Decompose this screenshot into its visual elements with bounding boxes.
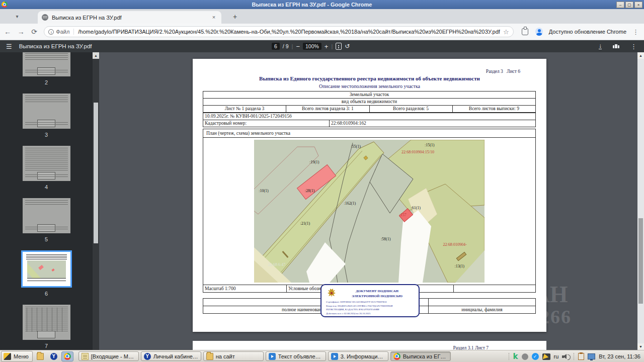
taskbar-window-button[interactable]: Выписка из ЕГРН на ЗУ.pd... bbox=[390, 351, 451, 361]
tab-close-icon[interactable]: × bbox=[210, 14, 217, 21]
yandex-browser-launcher[interactable] bbox=[48, 351, 60, 361]
chrome-launcher[interactable] bbox=[61, 351, 73, 361]
chrome-icon bbox=[64, 353, 71, 360]
thumbnail-page-5[interactable]: 5 bbox=[0, 198, 93, 242]
main-scrollbar[interactable]: ▲ ▼ bbox=[637, 52, 644, 350]
thumbnail-number: 7 bbox=[45, 343, 48, 349]
chrome-update-label[interactable]: Доступно обновление Chrome bbox=[549, 29, 626, 35]
shield-tray-icon[interactable]: ✓ bbox=[532, 353, 539, 360]
next-page-top: Раздел 3.1 Лист 7 bbox=[193, 341, 546, 350]
browser-menu-icon[interactable]: ⋮ bbox=[632, 28, 639, 36]
taskbar-window-label: на сайт bbox=[216, 353, 235, 359]
scroll-up-icon[interactable]: ▲ bbox=[93, 52, 99, 59]
download-icon[interactable]: ↓ bbox=[599, 43, 602, 49]
thumbnail-page-4[interactable]: 4 bbox=[0, 146, 93, 190]
rotate-icon[interactable]: ↺ bbox=[345, 43, 350, 50]
print-icon[interactable] bbox=[613, 44, 619, 49]
scroll-up-icon[interactable]: ▲ bbox=[637, 52, 644, 59]
reload-button[interactable]: ⟳ bbox=[29, 26, 40, 38]
taskbar-window-button[interactable]: Личный кабинет - Объяв... bbox=[141, 351, 201, 361]
profile-avatar-icon[interactable] bbox=[535, 28, 543, 36]
tray-separator bbox=[574, 353, 575, 360]
thumbnail-page-6-selected[interactable]: 6 bbox=[0, 250, 93, 297]
scroll-down-icon[interactable]: ▼ bbox=[637, 343, 644, 350]
taskbar-window-button[interactable]: [Входящие - МойОфис По... bbox=[78, 351, 139, 361]
display-icon[interactable] bbox=[588, 353, 595, 359]
bookmark-star-icon[interactable]: ☆ bbox=[503, 28, 509, 36]
document-subtitle: Описание местоположения земельного участ… bbox=[193, 83, 546, 89]
keyboard-layout-indicator[interactable]: ru bbox=[554, 353, 559, 359]
zoom-level[interactable]: 100% bbox=[303, 43, 321, 50]
chrome-icon bbox=[393, 353, 400, 360]
tab-search-icon[interactable]: ▾ bbox=[13, 13, 21, 21]
map-label: :15(1) bbox=[425, 143, 435, 147]
plan-label: План (чертеж, схема) земельного участка bbox=[203, 129, 535, 137]
tab-title: Выписка из ЕГРН на ЗУ.pdf bbox=[52, 15, 210, 21]
extensions-icon[interactable] bbox=[522, 28, 528, 35]
taskbar-window-button[interactable]: Текст объявления для ЦИ... bbox=[266, 351, 326, 361]
thumbnail-page-3[interactable]: 3 bbox=[0, 94, 93, 138]
url-text[interactable]: /home/gadylo/ПРИВАТИЗАЦИЯ/2.%20Аукцион/4… bbox=[78, 29, 500, 35]
thumbnail-page-7[interactable]: 7 bbox=[0, 305, 93, 349]
stamp-owner-1: Владелец: ФЕДЕРАЛЬНАЯ СЛУЖБА ГОСУДАРСТВЕ… bbox=[326, 304, 416, 308]
doc-icon bbox=[331, 353, 338, 360]
taskbar-window-button[interactable]: на сайт bbox=[203, 351, 264, 361]
tray-app-icon[interactable] bbox=[522, 353, 528, 360]
info-icon: i bbox=[48, 29, 54, 35]
menu-label: Меню bbox=[14, 353, 29, 359]
sidebar-scrollbar[interactable]: ▲ bbox=[93, 52, 99, 350]
meta-cell: Всего разделов: 5 bbox=[369, 106, 452, 112]
kontur-tray-icon[interactable]: k bbox=[513, 352, 518, 361]
folder-icon bbox=[37, 353, 44, 360]
thumbnail-page-2[interactable]: 2 bbox=[0, 52, 93, 85]
screenshot-tool-icon[interactable] bbox=[542, 353, 550, 360]
forward-button[interactable]: → bbox=[15, 26, 26, 38]
tab-pdf[interactable]: Выписка из ЕГРН на ЗУ.pdf × bbox=[38, 11, 221, 24]
minimize-button[interactable]: – bbox=[616, 2, 624, 8]
pdf-menu-icon[interactable]: ☰ bbox=[6, 43, 12, 50]
applications-menu-button[interactable]: Меню bbox=[1, 351, 33, 362]
yandex-icon bbox=[50, 353, 57, 360]
fit-page-icon[interactable] bbox=[336, 43, 342, 50]
meta-cell: Всего листов выписки: 9 bbox=[452, 106, 535, 112]
maximize-button[interactable]: ▢ bbox=[625, 2, 633, 8]
address-bar[interactable]: i Файл /home/gadylo/ПРИВАТИЗАЦИЯ/2.%20Ау… bbox=[44, 26, 513, 37]
new-tab-button[interactable]: + bbox=[229, 13, 241, 22]
map-label: 22:68:010904:15/10 bbox=[401, 150, 434, 154]
document-page: Раздел 3 Лист 6 Выписка из Единого госуд… bbox=[193, 59, 546, 332]
scrollbar-thumb[interactable] bbox=[94, 103, 98, 243]
pdf-more-icon[interactable]: ⋮ bbox=[630, 43, 637, 50]
map-label: :162(1) bbox=[344, 201, 356, 206]
next-section-header: Раздел 3.1 Лист 7 bbox=[453, 345, 489, 350]
tray-separator bbox=[509, 353, 510, 360]
cadastral-map-labels: :55(1):19(1):15(1)22:68:010904:15/10:10(… bbox=[254, 140, 485, 283]
clipboard-icon[interactable] bbox=[578, 353, 584, 360]
clock[interactable]: Вт, 23 сен, 11:36 bbox=[599, 353, 640, 359]
map-label: :21(1) bbox=[300, 221, 310, 226]
object-type: Земельный участок bbox=[203, 92, 535, 98]
stamp-certificate: Сертификат: 009F0BDC181A023B64597F1E2579… bbox=[326, 300, 416, 304]
stamp-title-2: ЭЛЕКТРОННОЙ ПОДПИСЬЮ bbox=[339, 294, 416, 298]
zoom-in-button[interactable]: + bbox=[325, 43, 329, 50]
back-button[interactable]: ← bbox=[2, 26, 13, 38]
taskbar-window-label: Текст объявления для ЦИ... bbox=[278, 353, 323, 359]
object-type-table: Земельный участок вид объекта недвижимос… bbox=[203, 91, 536, 113]
thumbnail-number: 4 bbox=[45, 184, 48, 190]
cadastral-number: 22:68:010904:162 bbox=[329, 120, 535, 127]
zoom-out-button[interactable]: − bbox=[296, 43, 300, 50]
volume-icon[interactable] bbox=[562, 353, 570, 360]
date-number: 10.09.2025г. № КУВИ-001/2025-172049156 bbox=[203, 113, 535, 120]
taskbar-window-button[interactable]: 3. Информационное соо... bbox=[328, 351, 388, 361]
stamp-validity: Действителен: с 02.08.2024 по 26.10.2025 bbox=[326, 312, 416, 316]
plan-table: План (чертеж, схема) земельного участка bbox=[203, 129, 536, 293]
desktop: Выписка из ЕГРН на ЗУ.pdf - Google Chrom… bbox=[0, 0, 644, 362]
thumbnail-number: 3 bbox=[45, 132, 48, 138]
close-button[interactable]: × bbox=[634, 2, 642, 8]
map-label: :19(1) bbox=[309, 160, 319, 164]
scrollbar-thumb[interactable] bbox=[638, 218, 643, 304]
file-manager-launcher[interactable] bbox=[34, 351, 46, 361]
file-scheme-chip[interactable]: i Файл bbox=[48, 29, 74, 35]
page-total: / 9 bbox=[283, 43, 289, 49]
doc-icon bbox=[269, 353, 276, 360]
page-number-input[interactable]: 6 bbox=[272, 43, 280, 50]
